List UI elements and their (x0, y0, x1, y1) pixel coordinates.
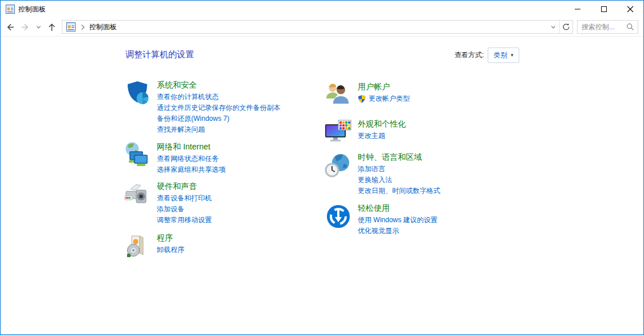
two-users-icon[interactable] (325, 81, 352, 109)
user-accounts-title[interactable]: 用户帐户 (358, 81, 410, 92)
chevron-down-icon (550, 24, 556, 30)
programs-title[interactable]: 程序 (157, 232, 184, 243)
category-appearance-personalization: 外观和个性化 更改主题 (325, 119, 522, 146)
monitor-palette-icon[interactable] (325, 119, 352, 146)
category-links: 更改帐户类型 (358, 93, 410, 104)
category-hardware-sound: 硬件和声音 查看设备和打印机 添加设备 调整常用移动设置 (124, 181, 321, 226)
category-links: 更改主题 (358, 131, 406, 141)
close-button[interactable] (617, 1, 643, 18)
view-by-value: 类别 (493, 50, 507, 60)
category-system-security: 系统和安全 查看你的计算机状态 通过文件历史记录保存你的文件备份副本 备份和还原… (124, 80, 321, 135)
close-icon (627, 6, 634, 13)
minimize-button[interactable] (564, 1, 591, 18)
category-links: 卸载程序 (157, 245, 184, 255)
control-panel-window: 控制面板 (0, 0, 644, 335)
link-uninstall-program[interactable]: 卸载程序 (157, 245, 184, 255)
search-placeholder: 搜索控制... (578, 22, 626, 32)
address-dropdown-button[interactable] (547, 21, 559, 33)
uac-shield-icon (358, 95, 366, 103)
forward-button[interactable] (18, 19, 33, 34)
category-body: 时钟、语言和区域 添加语言 更换输入法 更改日期、时间或数字格式 (358, 152, 440, 196)
appearance-title[interactable]: 外观和个性化 (358, 119, 406, 129)
view-by-label: 查看方式: (455, 50, 484, 60)
globe-monitors-icon[interactable] (124, 141, 151, 169)
link-change-date-time-formats[interactable]: 更改日期、时间或数字格式 (358, 186, 440, 196)
category-body: 网络和 Internet 查看网络状态和任务 选择家庭组和共享选项 (157, 141, 226, 175)
shield-pie-icon[interactable] (124, 80, 151, 107)
breadcrumb-chevron-icon (81, 24, 85, 30)
system-security-title[interactable]: 系统和安全 (157, 80, 280, 90)
link-change-theme[interactable]: 更改主题 (358, 131, 406, 141)
link-homegroup-sharing[interactable]: 选择家庭组和共享选项 (157, 164, 226, 175)
category-programs: 程序 卸载程序 (124, 232, 321, 260)
view-by-dropdown[interactable]: 类别 ▾ (488, 48, 519, 63)
forward-arrow-icon (21, 22, 30, 32)
minimize-icon (574, 6, 581, 13)
category-body: 程序 卸载程序 (157, 232, 184, 255)
link-change-account-type-label: 更改帐户类型 (369, 93, 410, 104)
up-button[interactable] (44, 19, 60, 34)
link-optimize-visual-display[interactable]: 优化视觉显示 (358, 226, 437, 237)
category-links: 查看设备和打印机 添加设备 调整常用移动设置 (157, 193, 212, 226)
category-links: 使用 Windows 建议的设置 优化视觉显示 (358, 215, 437, 237)
left-column: 系统和安全 查看你的计算机状态 通过文件历史记录保存你的文件备份副本 备份和还原… (124, 80, 321, 260)
category-body: 用户帐户 (358, 81, 410, 104)
link-find-fix-problems[interactable]: 查找并解决问题 (157, 124, 280, 135)
control-panel-icon (6, 5, 15, 14)
back-button[interactable] (2, 19, 18, 34)
navigation-bar: 控制面板 搜索控制... (1, 18, 643, 37)
caret-down-icon: ▾ (511, 53, 513, 58)
content-area: 调整计算机的设置 查看方式: 类别 ▾ 系统和 (1, 37, 643, 334)
page-title: 调整计算机的设置 (125, 49, 194, 60)
category-network-internet: 网络和 Internet 查看网络状态和任务 选择家庭组和共享选项 (124, 141, 321, 175)
link-view-network-status[interactable]: 查看网络状态和任务 (157, 153, 226, 164)
link-backup-restore-win7[interactable]: 备份和还原(Windows 7) (157, 113, 280, 124)
view-by-control: 查看方式: 类别 ▾ (455, 48, 519, 63)
network-internet-title[interactable]: 网络和 Internet (157, 141, 226, 152)
category-links: 添加语言 更换输入法 更改日期、时间或数字格式 (358, 164, 440, 196)
link-mobility-settings[interactable]: 调整常用移动设置 (157, 215, 212, 226)
category-links: 查看你的计算机状态 通过文件历史记录保存你的文件备份副本 备份和还原(Windo… (157, 92, 280, 135)
refresh-icon (562, 23, 570, 31)
up-arrow-icon (47, 22, 57, 32)
globe-clock-icon[interactable] (325, 152, 352, 179)
right-column: 用户帐户 (325, 81, 522, 237)
link-add-device[interactable]: 添加设备 (157, 204, 212, 215)
chevron-down-icon (35, 24, 42, 30)
link-file-history-backup[interactable]: 通过文件历史记录保存你的文件备份副本 (157, 103, 280, 113)
search-input[interactable]: 搜索控制... (577, 20, 638, 34)
window-controls (564, 1, 643, 18)
titlebar: 控制面板 (1, 1, 643, 18)
back-arrow-icon (5, 22, 15, 32)
ease-of-access-title[interactable]: 轻松使用 (358, 203, 437, 214)
link-add-language[interactable]: 添加语言 (358, 164, 440, 175)
link-change-account-type[interactable]: 更改帐户类型 (358, 93, 410, 104)
category-body: 外观和个性化 更改主题 (358, 119, 406, 141)
refresh-button[interactable] (560, 21, 572, 33)
link-devices-printers[interactable]: 查看设备和打印机 (157, 193, 212, 204)
category-body: 系统和安全 查看你的计算机状态 通过文件历史记录保存你的文件备份副本 备份和还原… (157, 80, 280, 135)
software-box-cd-icon[interactable] (124, 232, 151, 260)
hardware-sound-title[interactable]: 硬件和声音 (157, 181, 212, 192)
category-links: 查看网络状态和任务 选择家庭组和共享选项 (157, 153, 226, 175)
link-view-computer-status[interactable]: 查看你的计算机状态 (157, 92, 280, 103)
control-panel-small-icon (66, 22, 76, 31)
category-ease-of-access: 轻松使用 使用 Windows 建议的设置 优化视觉显示 (325, 203, 522, 237)
category-body: 硬件和声音 查看设备和打印机 添加设备 调整常用移动设置 (157, 181, 212, 226)
category-user-accounts: 用户帐户 (325, 81, 522, 109)
breadcrumb-control-panel[interactable]: 控制面板 (89, 22, 117, 32)
maximize-button[interactable] (591, 1, 617, 18)
maximize-icon (600, 6, 607, 13)
window-title: 控制面板 (18, 5, 46, 14)
recent-pages-button[interactable] (33, 19, 44, 34)
printer-speaker-icon[interactable] (124, 181, 151, 208)
clock-language-region-title[interactable]: 时钟、语言和区域 (358, 152, 440, 163)
address-bar[interactable]: 控制面板 (62, 20, 573, 34)
search-icon[interactable] (626, 23, 634, 31)
category-body: 轻松使用 使用 Windows 建议的设置 优化视觉显示 (358, 203, 437, 237)
link-windows-suggested-settings[interactable]: 使用 Windows 建议的设置 (358, 215, 437, 226)
ease-of-access-icon[interactable] (325, 203, 352, 230)
category-clock-language-region: 时钟、语言和区域 添加语言 更换输入法 更改日期、时间或数字格式 (325, 152, 522, 196)
link-change-input-method[interactable]: 更换输入法 (358, 175, 440, 186)
